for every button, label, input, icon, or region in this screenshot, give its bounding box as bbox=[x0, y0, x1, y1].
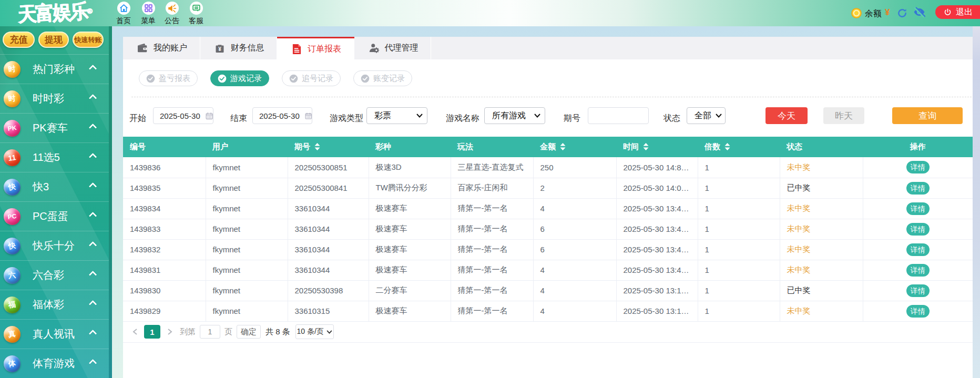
svg-text:¥: ¥ bbox=[218, 46, 221, 52]
